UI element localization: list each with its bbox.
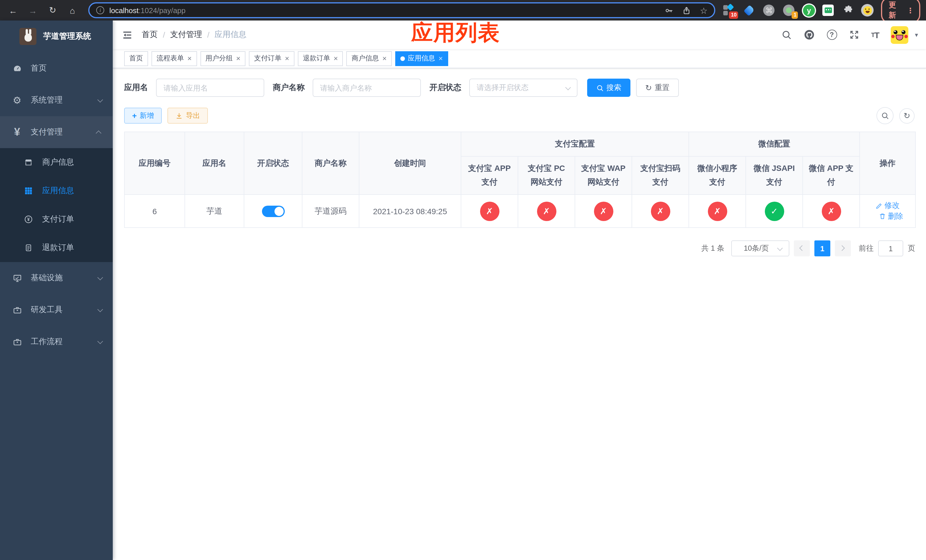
close-icon[interactable]: ×	[383, 55, 387, 62]
extension-tampermonkey-icon[interactable]: 10	[723, 4, 735, 17]
url-bar[interactable]: i localhost:1024/pay/app ☆	[88, 2, 716, 18]
extension-chat-icon[interactable]	[823, 5, 834, 16]
grid-icon	[23, 186, 34, 195]
sidebar-item-label: 商户信息	[42, 157, 74, 168]
bookmark-star-icon[interactable]: ☆	[700, 6, 708, 15]
extension-y-icon[interactable]: y	[803, 4, 815, 17]
close-icon[interactable]: ×	[334, 55, 338, 62]
chevron-down-icon	[777, 245, 783, 251]
avatar-caret-icon[interactable]: ▾	[915, 31, 918, 38]
col-app-name: 应用名	[185, 132, 244, 195]
col-alipay-app: 支付宝 APP 支付	[461, 156, 518, 195]
sidebar-item-merchant-info[interactable]: 商户信息	[0, 148, 113, 177]
close-icon[interactable]: ×	[439, 55, 443, 62]
sidebar-collapse-icon[interactable]	[122, 29, 133, 40]
sidebar-item-label: 应用信息	[42, 186, 74, 196]
browser-home-icon[interactable]: ⌂	[65, 3, 80, 18]
tab-app-info[interactable]: 应用信息×	[395, 51, 448, 66]
sidebar-item-dev-tools[interactable]: 研发工具	[0, 294, 113, 326]
add-button[interactable]: +新增	[124, 107, 162, 124]
password-key-icon[interactable]	[664, 6, 673, 15]
app-logo[interactable]: 芋道管理系统	[0, 21, 113, 52]
close-icon[interactable]: ×	[236, 55, 240, 62]
browser-menu-icon[interactable]: ⋮	[906, 6, 914, 15]
sidebar-item-payment[interactable]: ¥ 支付管理	[0, 116, 113, 148]
search-icon	[881, 112, 889, 120]
merchant-name-input[interactable]	[313, 79, 421, 97]
browser-back-icon[interactable]: ←	[6, 3, 21, 18]
filter-form: 应用名 商户名称 开启状态 请选择开启状态 搜索 ↻重置	[124, 79, 915, 97]
status-toggle[interactable]	[262, 205, 284, 217]
page-annotation: 应用列表	[411, 22, 500, 43]
user-avatar[interactable]	[891, 26, 909, 44]
alipay-pc-status-icon	[537, 201, 556, 221]
sidebar-item-refund-order[interactable]: 退款订单	[0, 233, 113, 262]
col-wechat-jsapi: 微信 JSAPI 支付	[746, 156, 803, 195]
delete-link[interactable]: 删除	[879, 211, 903, 221]
tab-process-form[interactable]: 流程表单×	[151, 51, 197, 66]
browser-forward-icon[interactable]: →	[26, 3, 41, 18]
extension-badge: 10	[729, 11, 738, 19]
goto-page-input[interactable]	[878, 241, 903, 256]
chevron-down-icon	[97, 274, 103, 280]
briefcase-icon	[11, 305, 23, 315]
breadcrumb-home[interactable]: 首页	[142, 30, 158, 40]
font-size-icon[interactable]: TT	[871, 30, 879, 39]
refresh-button[interactable]: ↻	[899, 108, 915, 123]
close-icon[interactable]: ×	[188, 55, 192, 62]
extension-recorder-icon[interactable]: 1	[783, 4, 795, 17]
site-info-icon[interactable]: i	[96, 6, 104, 14]
browser-profile-avatar[interactable]	[861, 4, 874, 17]
sidebar-item-app-info[interactable]: 应用信息	[0, 177, 113, 205]
github-icon[interactable]	[803, 29, 815, 41]
tab-refund-order[interactable]: 退款订单×	[298, 51, 343, 66]
search-button[interactable]: 搜索	[587, 79, 631, 97]
breadcrumb-payment[interactable]: 支付管理	[170, 30, 202, 40]
hide-search-button[interactable]	[876, 107, 894, 124]
url-text[interactable]: localhost:1024/pay/app	[109, 6, 664, 15]
tab-pay-order[interactable]: 支付订单×	[249, 51, 294, 66]
cell-created: 2021-10-23 08:49:25	[359, 195, 461, 228]
col-alipay-pc: 支付宝 PC 网站支付	[518, 156, 575, 195]
extensions-puzzle-icon[interactable]	[841, 4, 854, 17]
sidebar-item-pay-order[interactable]: 支付订单	[0, 205, 113, 233]
app-name-input[interactable]	[156, 79, 264, 97]
edit-link[interactable]: 修改	[875, 201, 900, 211]
extension-kite-icon[interactable]	[743, 4, 755, 17]
tab-user-group[interactable]: 用户分组×	[200, 51, 245, 66]
sidebar-item-infrastructure[interactable]: 基础设施	[0, 262, 113, 294]
extension-command-icon[interactable]: ⌘	[763, 4, 775, 17]
page-number-1[interactable]: 1	[814, 241, 830, 256]
sidebar-item-label: 研发工具	[31, 305, 63, 315]
cell-merchant: 芋道源码	[302, 195, 359, 228]
help-icon[interactable]: ?	[827, 30, 837, 40]
share-icon[interactable]	[682, 6, 691, 15]
col-wechat-mini: 微信小程序支付	[689, 156, 746, 195]
close-icon[interactable]: ×	[285, 55, 289, 62]
export-button[interactable]: 导出	[168, 107, 208, 124]
briefcase-icon	[11, 337, 23, 347]
tab-merchant-info[interactable]: 商户信息×	[346, 51, 392, 66]
top-navbar: 首页 / 支付管理 / 应用信息 ? TT ▾	[113, 21, 926, 49]
search-icon[interactable]	[781, 30, 791, 40]
chevron-left-icon	[799, 245, 805, 251]
browser-reload-icon[interactable]: ↻	[45, 3, 60, 18]
status-select[interactable]: 请选择开启状态	[469, 79, 578, 97]
sidebar-item-label: 首页	[31, 63, 47, 74]
page-size-select[interactable]: 10条/页	[731, 241, 789, 256]
col-wechat-app: 微信 APP 支付	[803, 156, 859, 195]
cell-app-name: 芋道	[185, 195, 244, 228]
fullscreen-icon[interactable]	[849, 30, 859, 40]
next-page-button[interactable]	[835, 241, 851, 256]
sidebar-item-home[interactable]: 首页	[0, 52, 113, 84]
reset-button[interactable]: ↻重置	[636, 79, 679, 97]
wechat-app-status-icon	[822, 201, 841, 221]
table-row: 6 芋道 芋道源码 2021-10-23 08:49:25 修改	[124, 195, 915, 228]
sidebar-item-system[interactable]: ⚙ 系统管理	[0, 84, 113, 116]
prev-page-button[interactable]	[794, 241, 810, 256]
sidebar-item-workflow[interactable]: 工作流程	[0, 326, 113, 358]
browser-update-button[interactable]: 更新 ⋮	[881, 0, 920, 23]
sidebar-item-label: 支付管理	[31, 127, 63, 137]
url-path: :1024/pay/app	[139, 6, 186, 15]
tab-home[interactable]: 首页×	[124, 51, 148, 66]
